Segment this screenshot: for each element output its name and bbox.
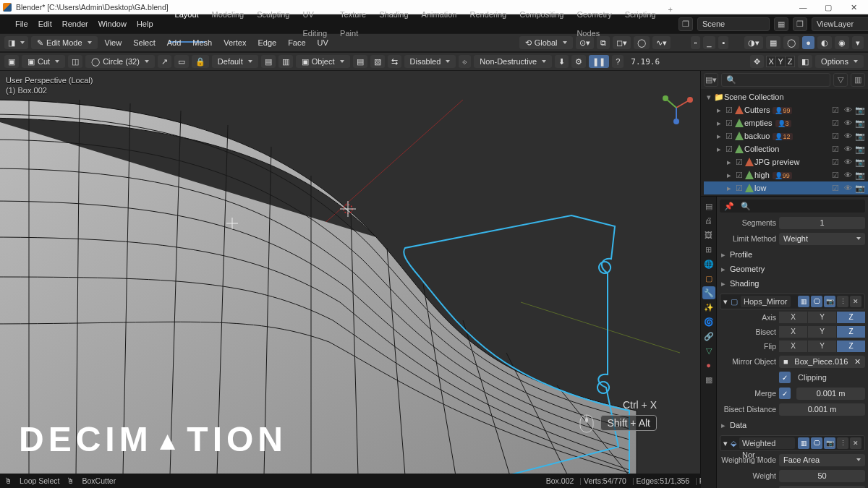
menu-file[interactable]: File (10, 14, 33, 33)
tool-icon-b[interactable]: ▭ (174, 55, 189, 68)
sort-dropdown[interactable]: Disabled (404, 55, 456, 68)
header-view[interactable]: View (101, 38, 127, 47)
tool-icon-f[interactable]: ▧ (370, 55, 385, 68)
wn-toggle-viewport[interactable]: 🖵 (811, 437, 822, 449)
navigation-gizmo[interactable] (660, 91, 693, 124)
merge-check[interactable]: ✓ (779, 388, 791, 399)
download-icon[interactable]: ⬇ (555, 55, 569, 68)
scene-name-field[interactable]: Scene (697, 17, 770, 31)
tool-lock-icon[interactable]: 🔒 (192, 55, 209, 68)
segments-field[interactable]: 1 (779, 217, 865, 229)
mod-toggle-editmode[interactable]: ▥ (798, 296, 809, 307)
clipping-check[interactable]: ✓ (779, 372, 791, 383)
tab-viewlayer[interactable]: 🖼 (702, 228, 715, 241)
axis-z[interactable]: Z (837, 341, 865, 352)
mod-toggle-render[interactable]: 📷 (824, 296, 835, 307)
header-edge[interactable]: Edge (253, 38, 281, 47)
tab-scene[interactable]: ⊞ (702, 243, 715, 256)
toggle-overlays[interactable]: ◑▾ (744, 36, 763, 49)
tab-output[interactable]: 🖨 (702, 214, 715, 227)
boolean-method[interactable]: Non-Destructive (474, 55, 552, 68)
mesh-select-face[interactable]: ▪ (718, 36, 728, 49)
wn-toggle-editmode[interactable]: ▥ (798, 437, 809, 449)
wire-toggle[interactable]: ◫ (68, 55, 82, 68)
weight-field[interactable]: 50 (779, 470, 865, 482)
shading-solid[interactable]: ● (802, 36, 814, 49)
tool-icon-e[interactable]: ▤ (353, 55, 367, 68)
modifier-weighted-name[interactable]: Weighted Nor… (739, 437, 795, 449)
mesh-select-vertex[interactable]: ▫ (691, 36, 701, 49)
toggle-xray[interactable]: ▦ (766, 36, 780, 49)
editor-type-dropdown[interactable]: ◨ (4, 36, 28, 49)
workspace-texture-paint[interactable]: Texture Paint (333, 5, 373, 43)
axis-xyz[interactable]: XYZ (767, 56, 795, 67)
workspace-uv-editing[interactable]: UV Editing (296, 5, 333, 43)
tab-physics[interactable]: 🌀 (702, 315, 715, 328)
tab-world[interactable]: 🌐 (702, 257, 715, 270)
axis-y[interactable]: Y (808, 312, 837, 323)
outliner-new-collection[interactable]: ▥ (851, 73, 865, 87)
weighting-mode-dropdown[interactable]: Face Area (779, 454, 865, 466)
shading-rendered[interactable]: ◉ (835, 36, 849, 49)
tab-constraints[interactable]: 🔗 (702, 330, 715, 343)
tool-icon-h[interactable]: ⟐ (459, 55, 471, 68)
pause-icon[interactable]: ❚❚ (589, 55, 609, 68)
tab-object[interactable]: ▢ (702, 272, 715, 285)
axis-lock-icon[interactable]: ✥ (750, 55, 764, 68)
workspace-sculpting[interactable]: Sculpting (250, 5, 296, 43)
axis-y[interactable]: Y (808, 341, 837, 352)
options-dropdown[interactable]: Options (815, 55, 864, 68)
header-add[interactable]: Add (163, 38, 186, 47)
shading-matprev[interactable]: ◐ (817, 36, 832, 49)
snap-default[interactable]: Default (212, 55, 258, 68)
shading-wire[interactable]: ◯ (783, 36, 799, 49)
threshold-field[interactable]: 0.01 (779, 486, 865, 489)
viewlayer-name-field[interactable]: ViewLayer (812, 17, 868, 31)
workspace-layout[interactable]: Layout (169, 5, 205, 43)
modifier-weighted-normal-header[interactable]: ▾⬙ Weighted Nor… ▥ 🖵 📷 ⋮ ✕ (720, 435, 865, 451)
gear-icon[interactable]: ⚙ (571, 55, 586, 68)
scene-add-button[interactable]: ▦ (774, 17, 788, 31)
pivot-dropdown[interactable]: ⊙▾ (576, 36, 594, 49)
outliner-item[interactable]: ▸☑ JPG preview ☑👁📷 (704, 155, 868, 168)
proportional-edit-toggle[interactable]: ◯ (634, 36, 650, 49)
tool-icon-g[interactable]: ⇆ (388, 55, 401, 68)
outliner-item[interactable]: ▸☑ Cutters👤99 ☑👁📷 (704, 103, 868, 116)
mirror-object-field[interactable]: ■ Box_Piece.016✕ (779, 356, 865, 368)
workspace-modeling[interactable]: Modeling (205, 5, 251, 43)
fold-geometry[interactable]: Geometry (720, 262, 865, 276)
outliner-item[interactable]: ▸☑ Collection ☑👁📷 (704, 142, 868, 155)
outliner-item[interactable]: ▸☑ low ☑👁📷 (704, 181, 868, 194)
snap-toggle[interactable]: ⧉ (597, 36, 610, 49)
mode-dropdown[interactable]: ✎ Edit Mode (31, 36, 98, 49)
fold-profile[interactable]: Profile (720, 247, 865, 262)
tab-mesh[interactable]: ▽ (702, 344, 715, 357)
merge-dist-field[interactable]: 0.001 m (796, 388, 865, 400)
tool-icon-c[interactable]: ▤ (261, 55, 276, 68)
outliner-display-mode[interactable]: ▤▾ (704, 73, 718, 87)
tool-icon-a[interactable]: ↗ (158, 55, 171, 68)
tab-particles[interactable]: ✨ (702, 301, 715, 314)
limit-method-dropdown[interactable]: Weight (779, 233, 865, 245)
3d-viewport[interactable]: User Perspective (Local) (1) Box.002 Ctr… (0, 71, 700, 474)
menu-help[interactable]: Help (132, 14, 158, 33)
menu-render[interactable]: Render (57, 14, 93, 33)
tab-modifier[interactable]: 🔧 (702, 286, 715, 299)
axis-z[interactable]: Z (837, 312, 865, 323)
properties-pin-search[interactable]: 📌 🔍 (720, 200, 865, 213)
axis-x[interactable]: X (779, 326, 808, 338)
fold-shading[interactable]: Shading (720, 276, 865, 291)
header-select[interactable]: Select (129, 38, 160, 47)
proportional-falloff[interactable]: ∿▾ (652, 36, 671, 49)
header-uv[interactable]: UV (313, 38, 333, 47)
outliner-filter[interactable]: ▽ (833, 73, 848, 87)
outliner-item[interactable]: ▸☑ empties👤3 ☑👁📷 (704, 116, 868, 129)
help-icon[interactable]: ? (612, 55, 624, 68)
shading-options[interactable]: ▾ (852, 36, 864, 49)
window-minimize-button[interactable]: — (791, 1, 814, 14)
falloff-shape[interactable]: ◯ Circle (32) (85, 55, 155, 68)
axis-y[interactable]: Y (808, 326, 837, 338)
tool-icon-i[interactable]: ◧ (798, 55, 812, 68)
viewlayer-browse-icon[interactable]: ❐ (793, 17, 807, 31)
mod-toggle-viewport[interactable]: 🖵 (811, 296, 822, 307)
